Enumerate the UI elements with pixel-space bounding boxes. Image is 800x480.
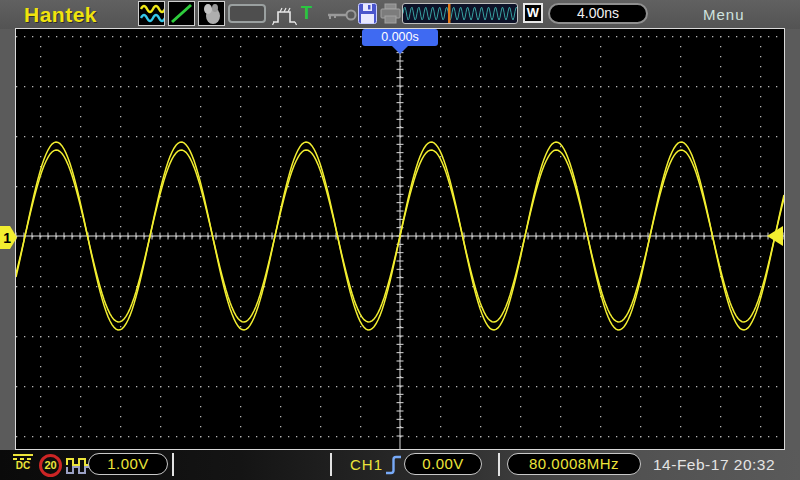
acquisition-minimap bbox=[402, 3, 518, 24]
key-lock-icon bbox=[326, 9, 358, 21]
save-icon[interactable] bbox=[358, 3, 377, 24]
minimap-waveform bbox=[403, 4, 517, 23]
frequency-counter-readout: 80.0008MHz bbox=[507, 453, 641, 475]
bottom-bar: DC 20 1.00V CH1 0.00V 80.0008MHz 14-Feb-… bbox=[0, 450, 800, 480]
separator bbox=[498, 453, 500, 476]
print-icon[interactable] bbox=[380, 3, 401, 24]
channel1-level-marker[interactable]: 1 bbox=[0, 226, 18, 249]
bandwidth-value: 20 bbox=[44, 459, 56, 471]
volts-per-div-readout: 1.00V bbox=[88, 453, 168, 475]
oscilloscope-screen: Hantek T bbox=[0, 0, 800, 480]
w-indicator: W bbox=[523, 3, 543, 23]
bandwidth-limit-indicator: 20 bbox=[39, 454, 62, 477]
top-bar: Hantek T bbox=[0, 0, 800, 29]
separator bbox=[330, 453, 332, 476]
hand-icon bbox=[199, 2, 224, 25]
slope-button[interactable] bbox=[168, 1, 195, 26]
separator bbox=[172, 453, 174, 476]
brand-logo: Hantek bbox=[24, 3, 97, 27]
channel-waves-icon bbox=[139, 2, 164, 25]
waveform-display bbox=[15, 28, 785, 450]
trigger-source-label: CH1 bbox=[350, 456, 383, 473]
rising-edge-icon bbox=[385, 453, 402, 477]
coupling-label: DC bbox=[16, 460, 30, 471]
hand-button[interactable] bbox=[198, 1, 225, 26]
trigger-level-readout: 0.00V bbox=[404, 453, 482, 475]
slope-icon bbox=[169, 2, 194, 25]
dc-solid-line bbox=[13, 454, 33, 456]
timebase-readout: 4.00ns bbox=[548, 3, 648, 24]
pulse-trigger-icon bbox=[272, 4, 298, 26]
empty-status-box bbox=[228, 4, 266, 23]
datetime-label: 14-Feb-17 20:32 bbox=[653, 456, 775, 474]
channel1-badge-number: 1 bbox=[3, 230, 11, 246]
trigger-t-indicator: T bbox=[301, 3, 312, 24]
trigger-position-marker[interactable]: 0.000s bbox=[362, 29, 438, 46]
menu-button[interactable]: Menu bbox=[703, 6, 745, 23]
channel-waves-button[interactable] bbox=[138, 1, 165, 26]
graticule-waveform-svg bbox=[16, 29, 784, 449]
coupling-dc-icon: DC bbox=[11, 454, 35, 470]
trigger-position-pointer-icon bbox=[392, 46, 408, 54]
